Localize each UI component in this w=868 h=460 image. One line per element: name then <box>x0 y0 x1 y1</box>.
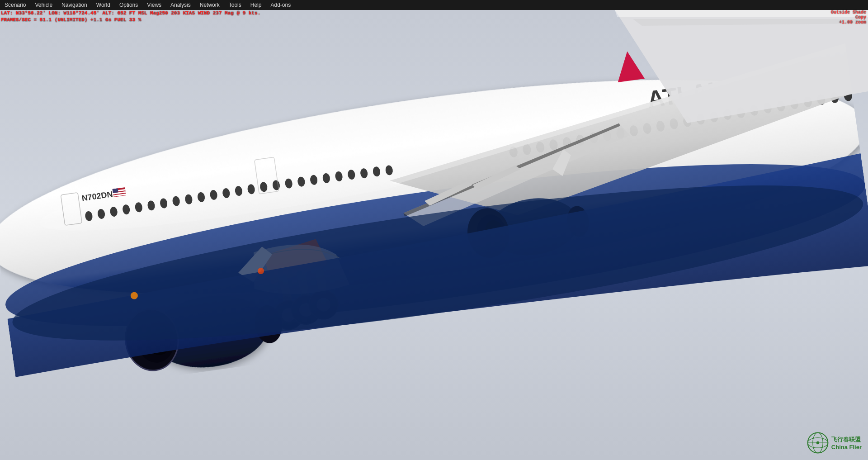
menu-views[interactable]: Views <box>142 1 166 9</box>
hud-overlay: LAT: N33°56.22' LON: W118°724.45' ALT: 6… <box>1 10 260 24</box>
menu-tools[interactable]: Tools <box>224 1 246 9</box>
aircraft-view: N702DN ATLANT <box>0 10 868 460</box>
menu-options[interactable]: Options <box>115 1 142 9</box>
hud-line1: LAT: N33°56.22' LON: W118°724.45' ALT: 6… <box>1 10 260 17</box>
hud-line2: FRAMES/SEC = 51.1 (UNLIMITED) +1.1 Gs FU… <box>1 17 260 24</box>
menu-analysis[interactable]: Analysis <box>166 1 195 9</box>
svg-rect-63 <box>113 188 118 193</box>
menu-bar: Scenario Vehicle Navigation World Option… <box>0 0 868 10</box>
menu-navigation[interactable]: Navigation <box>57 1 92 9</box>
menu-vehicle[interactable]: Vehicle <box>30 1 57 9</box>
hud-copy: Copy <box>831 15 866 20</box>
menu-help[interactable]: Help <box>246 1 266 9</box>
watermark-text: 飞行春联盟 China Flier <box>831 436 862 451</box>
menu-network[interactable]: Network <box>195 1 224 9</box>
watermark-cn-top: 飞行春联盟 <box>831 436 861 444</box>
hud-outside-shade: Outside Shade <box>831 10 866 15</box>
watermark: 飞行春联盟 China Flier <box>807 432 862 454</box>
menu-addons[interactable]: Add-ons <box>266 1 295 9</box>
top-right-hud: Outside Shade Copy +1.00 zoom <box>831 10 866 25</box>
hud-zoom: +1.00 zoom <box>831 20 866 25</box>
menu-world[interactable]: World <box>92 1 115 9</box>
menu-scenario[interactable]: Scenario <box>0 1 30 9</box>
watermark-logo <box>807 432 829 454</box>
watermark-cn-bottom: China Flier <box>831 444 862 451</box>
flight-viewport[interactable]: N702DN ATLANT <box>0 10 868 460</box>
